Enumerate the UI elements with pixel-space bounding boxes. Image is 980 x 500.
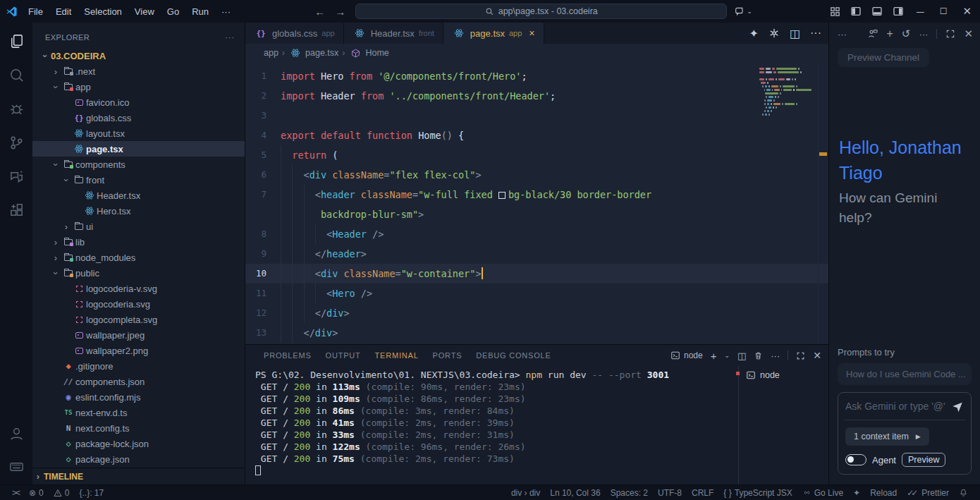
close-panel-icon[interactable]: ✕ (964, 28, 973, 40)
chat-gemini-icon[interactable] (8, 168, 25, 185)
preview-mode-badge[interactable]: Preview (902, 453, 945, 467)
code-line[interactable]: 1import Hero from '@/components/front/He… (245, 66, 828, 86)
breadcrumb-page.tsx[interactable]: page.tsx (288, 48, 338, 58)
status-item-crlf[interactable]: CRLF (687, 488, 718, 498)
debug-icon[interactable] (8, 100, 25, 117)
more-actions-icon[interactable]: ··· (919, 29, 928, 39)
menu-file[interactable]: File (22, 4, 49, 20)
tree-item-package-lock.json[interactable]: ◇package-lock.json (32, 436, 245, 451)
code-line[interactable]: 6 <div className="flex flex-col"> (245, 165, 828, 185)
panel-more-actions-icon[interactable]: ··· (771, 350, 780, 361)
toggle-panel-icon[interactable] (871, 6, 883, 17)
tree-item-03.codeira[interactable]: ›03.CODEIRA (32, 48, 245, 63)
close-window-button[interactable]: ✕ (960, 5, 974, 18)
prompt-suggestion-button[interactable]: How do I use Gemini Code ... (838, 363, 972, 385)
account-icon[interactable] (8, 425, 25, 442)
menu-selection[interactable]: Selection (78, 4, 128, 20)
code-line[interactable]: 12 </div> (245, 303, 828, 323)
toggle-secondary-sidebar-icon[interactable] (893, 6, 904, 17)
tree-item-lib[interactable]: ›lib (32, 234, 245, 250)
status-item-ln-10-col-36[interactable]: Ln 10, Col 36 (545, 488, 605, 498)
keyboard-settings-icon[interactable] (8, 458, 25, 475)
code-line[interactable]: 2import Header from '../components/front… (245, 86, 828, 106)
split-editor-icon[interactable]: ◫ (790, 27, 800, 40)
tree-item-layout.tsx[interactable]: layout.tsx (32, 126, 245, 141)
menu-go[interactable]: Go (161, 4, 185, 20)
tree-item-front[interactable]: ›front (32, 172, 245, 188)
tree-item-hero.tsx[interactable]: Hero.tsx (32, 203, 245, 219)
panel-tab-output[interactable]: OUTPUT (319, 351, 368, 360)
tree-item-ui[interactable]: ›ui (32, 219, 245, 234)
breadcrumb-app[interactable]: app (264, 48, 278, 58)
tab-globals.css[interactable]: {}globals.cssapp (245, 23, 344, 44)
tree-item-page.tsx[interactable]: page.tsx (32, 141, 245, 157)
tree-item-.gitignore[interactable]: ◆.gitignore (32, 358, 245, 374)
code-editor[interactable]: 1import Hero from '@/components/front/He… (245, 62, 828, 344)
breadcrumb-Home[interactable]: Home (348, 48, 388, 58)
status-item-0[interactable]: 0 (49, 488, 75, 498)
kill-terminal-icon[interactable] (754, 351, 763, 360)
sparkle-icon[interactable]: ✦ (749, 27, 758, 40)
code-line[interactable]: 7 <header className="w-full fixed bg-bla… (245, 185, 828, 205)
tree-item-package.json[interactable]: ◇package.json (32, 451, 245, 467)
terminal-instance-node[interactable]: node (746, 370, 828, 380)
menu-view[interactable]: View (128, 4, 161, 20)
status-item-remote[interactable]: >< (7, 488, 24, 498)
status-item-typescript-jsx[interactable]: { }TypeScript JSX (718, 488, 797, 498)
tree-item-public[interactable]: ›public (32, 265, 245, 281)
close-tab-icon[interactable]: × (529, 28, 534, 39)
copilot-icon[interactable]: ⌄ (734, 6, 752, 17)
tree-item-components.json[interactable]: //components.json (32, 374, 245, 389)
tree-item-eslint.config.mjs[interactable]: ◉eslint.config.mjs (32, 389, 245, 405)
editor-more-icon[interactable]: ··· (810, 27, 821, 39)
nav-forward-icon[interactable]: → (335, 6, 345, 18)
explorer-icon[interactable] (8, 32, 25, 49)
maximize-button[interactable]: ☐ (937, 6, 950, 16)
menu-[interactable]: ··· (215, 4, 237, 20)
split-terminal-icon[interactable]: ◫ (737, 350, 746, 361)
context-items-button[interactable]: 1 context item ▶ (845, 427, 929, 446)
panel-tab-ports[interactable]: PORTS (426, 351, 470, 360)
code-line[interactable]: 4export default function Home() { (245, 126, 828, 145)
status-item--17[interactable]: {..}: 17 (74, 488, 109, 498)
menu-edit[interactable]: Edit (49, 4, 78, 20)
tree-item-globals.css[interactable]: {}globals.css (32, 110, 245, 126)
terminal-output[interactable]: PS G:\02. Desenvolvimento\01. NEXTJS\03.… (245, 366, 738, 484)
code-line[interactable]: 9 </header> (245, 244, 828, 264)
code-line[interactable]: 8 <Header /> (245, 224, 828, 244)
extensions-icon[interactable] (8, 202, 25, 219)
timeline-section[interactable]: TIMELINE (44, 472, 83, 482)
tree-item-next-env.d.ts[interactable]: TSnext-env.d.ts (32, 405, 245, 420)
source-control-icon[interactable] (8, 134, 25, 151)
search-sidebar-icon[interactable] (8, 66, 25, 83)
tree-item-wallpaper2.png[interactable]: wallpaper2.png (32, 343, 245, 358)
tree-item-node_modules[interactable]: ›node_modules (32, 250, 245, 265)
panel-tab-terminal[interactable]: TERMINAL (368, 351, 426, 360)
expand-panel-icon[interactable] (945, 29, 955, 39)
status-item-prettier[interactable]: ✓✓Prettier (902, 488, 954, 498)
command-center-search[interactable]: app\page.tsx - 03.codeira (355, 4, 727, 19)
code-line[interactable]: 10 <div className="w-container"> (245, 264, 828, 283)
tree-item-header.tsx[interactable]: Header.tsx (32, 188, 245, 203)
status-item-0[interactable]: ⊗0 (24, 488, 49, 498)
tab-Header.tsx[interactable]: Header.tsxfront (344, 23, 443, 44)
tree-item-logocoderia-v.svg[interactable]: logocoderia-v.svg (32, 281, 245, 296)
status-item-reload[interactable]: Reload (865, 488, 902, 498)
tree-item-favicon.ico[interactable]: favicon.ico (32, 94, 245, 110)
editor-scrollbar[interactable] (818, 62, 828, 344)
tree-item-logocoderia.svg[interactable]: logocoderia.svg (32, 296, 245, 312)
code-line[interactable]: 5 return ( (245, 145, 828, 165)
send-icon[interactable] (951, 400, 964, 413)
status-item-utf-8[interactable]: UTF-8 (653, 488, 687, 498)
status-item-sparkle[interactable]: ✦ (848, 488, 865, 498)
tree-item-next.config.ts[interactable]: Nnext.config.ts (32, 420, 245, 436)
nav-back-icon[interactable]: ← (314, 6, 325, 18)
terminal-profile[interactable]: node (670, 350, 703, 360)
panel-tab-debug-console[interactable]: DEBUG CONSOLE (469, 351, 558, 360)
code-line[interactable]: 13 </div> (245, 323, 828, 343)
layout-grid-icon[interactable] (830, 6, 840, 17)
minimize-button[interactable]: ─ (914, 6, 927, 18)
new-chat-icon[interactable]: + (887, 28, 893, 40)
minimap[interactable] (759, 68, 813, 117)
toggle-sidebar-icon[interactable] (850, 6, 862, 17)
